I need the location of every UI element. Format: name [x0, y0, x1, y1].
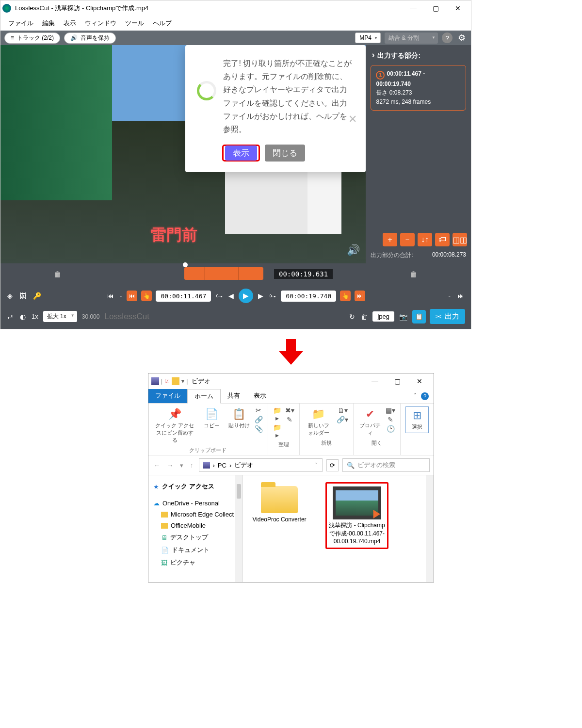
segment-item[interactable]: 100:00:11.467 - 00:00:19.740 長さ 0:08.273… — [371, 65, 466, 111]
rename-icon[interactable]: ✎ — [285, 416, 294, 423]
move-to-icon[interactable]: 📁▸ — [273, 406, 281, 422]
tree-item[interactable]: Microsoft Edge Collect — [152, 509, 241, 520]
menu-tools[interactable]: ツール — [121, 18, 148, 29]
ribbon-help-icon[interactable]: ? — [421, 392, 429, 400]
cut-end-time[interactable]: 00:00:19.740 — [281, 291, 336, 302]
keep-audio-button[interactable]: 🔊 音声を保持 — [64, 32, 116, 44]
nav-recent-icon[interactable]: ▾ — [178, 462, 185, 469]
copy-button[interactable]: 📄コピー — [200, 406, 224, 430]
pin-quick-access-button[interactable]: 📌クイック アクセスにピン留めする — [153, 406, 196, 445]
remove-segment-icon[interactable]: － — [400, 233, 415, 246]
address-bar[interactable]: ›PC ›ビデオ ˅ — [199, 458, 323, 472]
paste-button[interactable]: 📋貼り付け — [227, 406, 251, 430]
refresh-button[interactable]: ⟳ — [326, 459, 339, 471]
volume-icon[interactable]: 🔊 — [347, 244, 360, 257]
delete-before-icon[interactable]: 🗑 — [54, 270, 62, 279]
set-cut-start-icon[interactable]: 👆 — [141, 291, 152, 301]
speed-label[interactable]: 1x — [32, 313, 38, 320]
video-preview[interactable]: 雷門前 🔊 完了! 切り取り箇所が不正確なことがあります。元ファイルの削除前に、… — [0, 45, 366, 263]
batch-icon[interactable]: 📋 — [412, 310, 426, 324]
edit-icon[interactable]: ✎ — [386, 416, 395, 423]
waveform-icon[interactable]: ◈ — [6, 292, 14, 300]
seek-end-icon[interactable]: ⏭ — [456, 292, 465, 300]
nav-fwd-icon[interactable]: → — [165, 462, 175, 469]
menu-file[interactable]: ファイル — [4, 18, 37, 29]
play-button[interactable]: ▶ — [239, 289, 253, 303]
select-button[interactable]: ⊞選択 — [405, 406, 429, 433]
tree-onedrive[interactable]: ☁OneDrive - Personal — [152, 498, 241, 509]
paste-shortcut-icon[interactable]: 📎 — [255, 425, 263, 433]
timeline-ruler[interactable]: 00:00:19.631 — [65, 267, 406, 282]
set-cut-end-icon[interactable]: 👆 — [340, 291, 351, 301]
key-next-icon[interactable]: 🗝 — [268, 292, 277, 300]
menu-help[interactable]: ヘルプ — [149, 18, 176, 29]
camera-icon[interactable]: 📷 — [398, 313, 408, 321]
files-scrollbar[interactable] — [426, 475, 434, 582]
add-segment-icon[interactable]: ＋ — [383, 233, 397, 246]
yin-yang-icon[interactable]: ◐ — [19, 313, 27, 321]
file-folder[interactable]: VideoProc Converter — [248, 482, 311, 523]
search-box[interactable]: 🔍 ビデオの検索 — [342, 458, 430, 472]
exp-close-button[interactable]: ✕ — [408, 374, 431, 388]
reorder-icon[interactable]: ↓↑ — [418, 233, 432, 246]
menu-view[interactable]: 表示 — [60, 18, 80, 29]
ribbon-collapse-icon[interactable]: ˆ — [414, 392, 416, 400]
tab-file[interactable]: ファイル — [148, 389, 187, 403]
crumb-pc[interactable]: PC — [218, 462, 226, 469]
maximize-button[interactable]: ▢ — [424, 1, 447, 15]
new-item-icon[interactable]: 🗎▾ — [337, 406, 348, 414]
file-video-output[interactable]: 浅草探訪 - Clipchampで作成-00.00.11.467-00.00.1… — [325, 482, 388, 549]
history-icon[interactable]: 🕑 — [386, 425, 395, 433]
export-button[interactable]: ✂ 出力 — [430, 309, 465, 324]
exp-minimize-button[interactable]: ― — [364, 374, 386, 388]
rotate-icon[interactable]: ↻ — [348, 313, 356, 321]
exp-maximize-button[interactable]: ▢ — [386, 374, 408, 388]
delete-icon[interactable]: ✖▾ — [285, 406, 294, 414]
qat-props-icon[interactable]: ☑ — [164, 378, 170, 385]
tree-quick-access[interactable]: ★クイック アクセス — [152, 480, 241, 493]
merge-split-dropdown[interactable]: 結合 & 分割 — [385, 32, 438, 44]
capture-format[interactable]: jpeg — [372, 311, 394, 322]
cut-icon[interactable]: ✂ — [255, 406, 263, 414]
copy-path-icon[interactable]: 🔗 — [255, 416, 263, 423]
zoom-dropdown[interactable]: 拡大 1x — [43, 311, 77, 322]
trash-icon[interactable]: 🗑 — [360, 313, 369, 321]
format-dropdown[interactable]: MP4 — [355, 32, 381, 43]
split-view-icon[interactable]: ◫◫ — [453, 233, 467, 246]
nav-back-icon[interactable]: ← — [152, 462, 162, 469]
timeline-track[interactable]: 🗑 00:00:19.631 🗑 — [0, 263, 471, 286]
segments-header[interactable]: 出力する部分: — [366, 45, 471, 65]
qat-folder-icon[interactable] — [172, 377, 179, 385]
delete-after-icon[interactable]: 🗑 — [410, 270, 418, 279]
tab-home[interactable]: ホーム — [187, 389, 221, 404]
loop-mode-icon[interactable]: ⇄ — [6, 313, 14, 321]
dialog-close-icon[interactable]: ✕ — [348, 113, 357, 126]
file-list[interactable]: VideoProc Converter 浅草探訪 - Clipchampで作成-… — [243, 475, 434, 582]
nav-up-icon[interactable]: ↑ — [189, 462, 195, 469]
open-icon[interactable]: ▤▾ — [386, 406, 395, 414]
easy-access-icon[interactable]: 🔗▾ — [337, 416, 348, 423]
navigation-tree[interactable]: ★クイック アクセス ☁OneDrive - Personal Microsof… — [148, 475, 243, 582]
step-fwd-icon[interactable]: ▶ — [257, 292, 264, 300]
new-folder-button[interactable]: 📁新しいフォルダー — [305, 406, 333, 437]
tree-item[interactable]: 🖼ピクチャ — [152, 556, 241, 569]
dialog-close-button[interactable]: 閉じる — [265, 145, 305, 162]
seek-cut-end-icon[interactable]: ⏭ — [355, 291, 365, 301]
properties-button[interactable]: ✔プロパティ — [358, 406, 382, 437]
step-back-icon[interactable]: ◀ — [227, 292, 235, 300]
cut-start-time[interactable]: 00:00:11.467 — [156, 291, 211, 302]
key-prev-icon[interactable]: 🗝 — [215, 292, 224, 300]
settings-icon[interactable]: ⚙ — [456, 32, 467, 43]
dialog-show-button[interactable]: 表示 — [225, 146, 257, 161]
help-button[interactable]: ? — [442, 32, 453, 43]
seek-cut-start-icon[interactable]: ⏮ — [127, 291, 137, 301]
tab-view[interactable]: 表示 — [247, 389, 273, 403]
thumbnails-icon[interactable]: 🖼 — [18, 292, 27, 300]
menu-window[interactable]: ウィンドウ — [81, 18, 120, 29]
menu-edit[interactable]: 編集 — [38, 18, 59, 29]
keyframes-icon[interactable]: 🔑 — [32, 292, 42, 300]
tree-item[interactable]: 🖥デスクトップ — [152, 531, 241, 544]
close-button[interactable]: ✕ — [447, 1, 469, 15]
copy-to-icon[interactable]: 📁▸ — [273, 423, 281, 439]
minimize-button[interactable]: ― — [402, 1, 424, 15]
